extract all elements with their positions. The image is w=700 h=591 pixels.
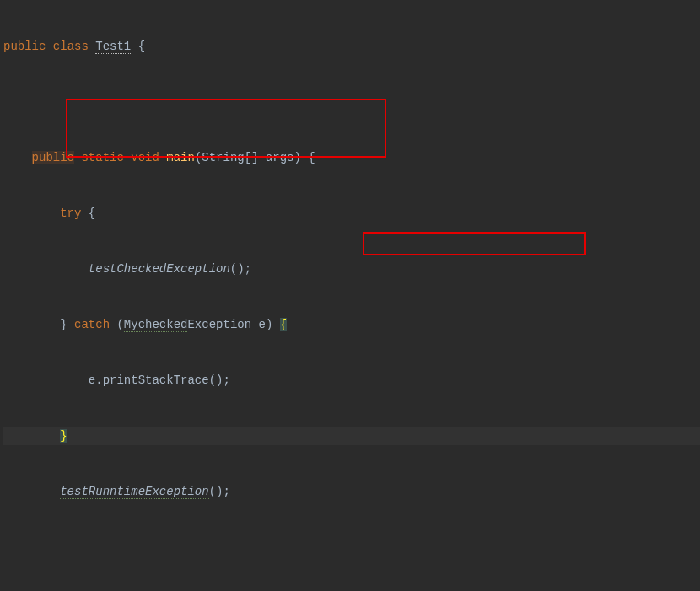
code-line[interactable]: } <box>3 427 700 445</box>
caret-line-highlight <box>3 427 700 445</box>
blank-line[interactable] <box>3 538 700 556</box>
method-call: testRunntimeException <box>60 485 208 499</box>
keyword-class: class <box>46 40 95 53</box>
code-line[interactable]: public class Test1 { <box>3 37 700 56</box>
code-editor[interactable]: public class Test1 { public static void … <box>0 0 700 591</box>
code-line[interactable]: } catch (MycheckedException e) { <box>3 315 700 334</box>
method-call: testCheckedException <box>89 262 230 276</box>
brace: { <box>131 40 145 53</box>
brace: { <box>308 151 315 164</box>
keyword-public: public <box>32 151 74 164</box>
exception-type: Mychecked <box>124 318 188 332</box>
code-line[interactable]: try { <box>3 204 700 223</box>
brace-match: { <box>280 318 287 331</box>
keyword-try: try <box>60 207 81 220</box>
type-string: String <box>202 151 244 164</box>
keyword-public: public <box>3 40 46 53</box>
code-line[interactable]: public static void main(String[] args) { <box>3 148 700 167</box>
method-main: main <box>159 151 195 164</box>
brace-match: } <box>60 429 67 443</box>
keyword-void: void <box>131 151 159 164</box>
code-line[interactable]: e.printStackTrace(); <box>3 371 700 390</box>
code-line[interactable]: testCheckedException(); <box>3 260 700 278</box>
code-line[interactable]: testRunntimeException(); <box>3 482 700 501</box>
keyword-static: static <box>74 151 131 164</box>
blank-line[interactable] <box>3 93 700 111</box>
class-name: Test1 <box>95 40 131 54</box>
stmt: e.printStackTrace(); <box>89 373 230 387</box>
keyword-catch: catch <box>67 318 117 331</box>
